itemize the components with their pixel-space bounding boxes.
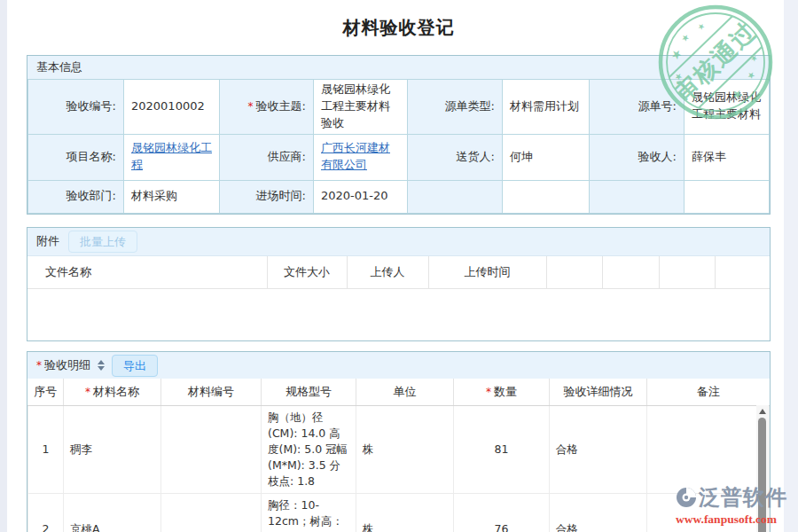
- required-mark: *: [36, 359, 42, 372]
- supplier-value: 广西长河建材有限公司: [314, 134, 408, 180]
- detail-header-note: 备注: [647, 379, 770, 405]
- arrow-down-icon: [98, 366, 105, 371]
- required-mark: *: [85, 386, 90, 398]
- cell-result: 合格: [550, 405, 647, 494]
- cell-unit: 株: [356, 494, 454, 532]
- cell-seq: 2: [28, 494, 64, 532]
- detail-header-qty: *数量: [454, 379, 550, 405]
- arrow-up-icon: [98, 360, 105, 364]
- project-link[interactable]: 晟铭园林绿化工程: [131, 141, 212, 171]
- source-no-label: 源单号:: [590, 80, 685, 135]
- scroll-up-icon[interactable]: [759, 409, 766, 414]
- subject-value: 晟铭园林绿化工程主要材料验收: [314, 80, 408, 135]
- acceptor-label: 验收人:: [590, 134, 685, 180]
- cell-qty: 76: [454, 494, 550, 532]
- scrollbar-thumb[interactable]: [758, 418, 766, 532]
- cell-spec: 胸（地）径(CM): 14.0 高度(M): 5.0 冠幅(M*M): 3.5 …: [262, 405, 356, 494]
- basic-info-section-header: 基本信息: [27, 56, 770, 79]
- empty-value-cell: [685, 180, 770, 213]
- page-right-margin: [784, 0, 798, 532]
- department-label: 验收部门:: [28, 180, 124, 213]
- source-type-value: 材料需用计划: [503, 80, 590, 135]
- cell-material-name: 稠李: [64, 405, 161, 494]
- entry-date-label: 进场时间:: [220, 180, 314, 213]
- project-name-value: 晟铭园林绿化工程: [124, 134, 220, 180]
- cell-unit: 株: [356, 405, 454, 494]
- table-row: 1 稠李 胸（地）径(CM): 14.0 高度(M): 5.0 冠幅(M*M):…: [28, 405, 770, 494]
- attach-header-empty: [546, 256, 602, 289]
- cell-note: [647, 494, 770, 532]
- sort-stepper-icon[interactable]: [98, 360, 105, 371]
- cell-material-code: [161, 494, 262, 532]
- detail-header-material-name: *材料名称: [64, 379, 161, 405]
- detail-section-header: *验收明细 导出: [27, 352, 770, 379]
- basic-info-table: 验收编号: 2020010002 *验收主题: 晟铭园林绿化工程主要材料验收 源…: [27, 79, 770, 214]
- empty-value-cell: [503, 180, 590, 213]
- table-row: 2 京桃A 胸径：10-12cm；树高：3.1-3.5m；冠幅：2-2.5m 株…: [28, 494, 770, 532]
- form-page: 材料验收登记 基本信息 验收编号: 2020010002 *验收主题: 晟铭园林…: [7, 0, 784, 532]
- attachments-section-header: 附件 批量上传: [27, 228, 770, 256]
- attach-header-empty: [715, 256, 770, 289]
- vertical-scrollbar[interactable]: [756, 405, 769, 532]
- cell-qty: 81: [454, 405, 550, 494]
- acceptance-detail-table: 序号 *材料名称 材料编号 规格型号 单位 *数量 验收详细情况 备注 1 稠李…: [27, 379, 770, 532]
- required-mark: *: [248, 100, 254, 113]
- acceptance-detail-panel: *验收明细 导出 序号 *材料名称 材料编号 规格型号 单位 *数量 验收详细情…: [27, 351, 771, 532]
- attachments-section-title: 附件: [36, 233, 59, 249]
- required-mark: *: [486, 386, 491, 398]
- empty-label-cell: [408, 180, 503, 213]
- basic-info-section-title: 基本信息: [36, 59, 82, 75]
- attachments-table: 文件名称 文件大小 上传人 上传时间: [27, 256, 770, 290]
- attach-header-empty: [659, 256, 715, 289]
- attach-header-uploadtime: 上传时间: [428, 256, 546, 289]
- acceptance-no-value: 2020010002: [124, 80, 220, 135]
- cell-note: [647, 405, 770, 494]
- deliverer-label: 送货人:: [408, 134, 503, 180]
- department-value: 材料采购: [124, 180, 220, 213]
- detail-header-result: 验收详细情况: [550, 379, 647, 405]
- batch-upload-button[interactable]: 批量上传: [68, 231, 137, 253]
- attachments-empty-area: [27, 289, 770, 340]
- export-button[interactable]: 导出: [112, 355, 158, 377]
- detail-section-title: *验收明细: [36, 357, 90, 373]
- detail-header-unit: 单位: [356, 379, 454, 405]
- cell-material-code: [161, 405, 262, 494]
- acceptor-value: 薛保丰: [685, 134, 770, 180]
- acceptance-no-label: 验收编号:: [28, 80, 124, 135]
- subject-label: *验收主题:: [220, 80, 314, 135]
- supplier-label: 供应商:: [220, 134, 314, 180]
- cell-material-name: 京桃A: [64, 494, 161, 532]
- deliverer-value: 何坤: [503, 134, 590, 180]
- attachments-panel: 附件 批量上传 文件名称 文件大小 上传人 上传时间: [27, 227, 771, 342]
- detail-header-seq: 序号: [28, 379, 64, 405]
- detail-header-material-code: 材料编号: [161, 379, 262, 405]
- basic-info-panel: 基本信息 验收编号: 2020010002 *验收主题: 晟铭园林绿化工程主要材…: [27, 55, 771, 215]
- attach-header-uploader: 上传人: [347, 256, 428, 289]
- attach-header-empty: [602, 256, 659, 289]
- supplier-link[interactable]: 广西长河建材有限公司: [321, 141, 390, 171]
- cell-spec: 胸径：10-12cm；树高：3.1-3.5m；冠幅：2-2.5m: [262, 494, 356, 532]
- project-name-label: 项目名称:: [28, 134, 124, 180]
- page-left-margin: [0, 0, 7, 532]
- cell-seq: 1: [28, 405, 64, 494]
- empty-label-cell: [590, 180, 685, 213]
- attach-header-filesize: 文件大小: [267, 256, 347, 289]
- page-title: 材料验收登记: [27, 16, 771, 39]
- entry-date-value: 2020-01-20: [314, 180, 408, 213]
- source-no-value: 晟铭园林绿化工程主要材料: [685, 80, 770, 135]
- attach-header-filename: 文件名称: [27, 256, 267, 289]
- cell-result: 合格: [550, 494, 647, 532]
- source-type-label: 源单类型:: [408, 80, 503, 135]
- detail-header-spec: 规格型号: [262, 379, 356, 405]
